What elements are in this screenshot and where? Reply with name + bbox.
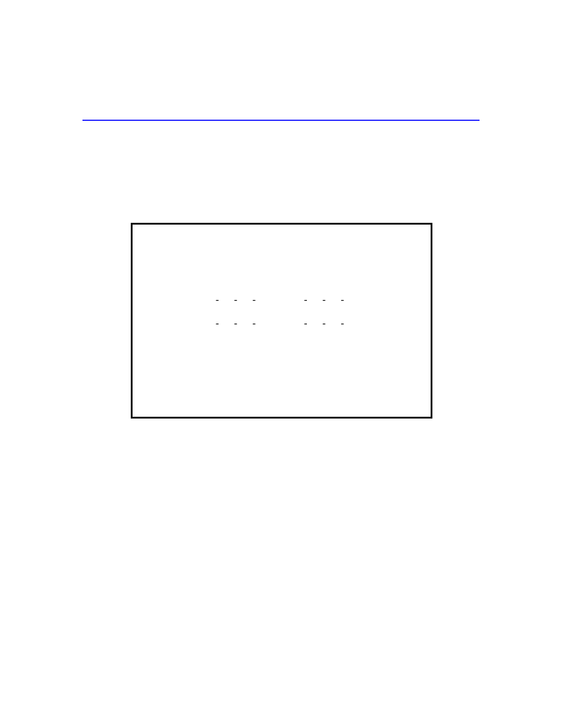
figure-box: - - - - - - - - - - - - bbox=[131, 223, 432, 419]
dash-cell: - - - bbox=[303, 295, 349, 306]
dash-row-1: - - - - - - bbox=[133, 295, 431, 306]
dash-cell: - - - bbox=[214, 295, 260, 306]
header-rule bbox=[82, 120, 480, 121]
dash-cell: - - - bbox=[303, 319, 349, 330]
page: - - - - - - - - - - - - bbox=[0, 0, 562, 728]
dash-cell: - - - bbox=[214, 319, 260, 330]
dash-row-2: - - - - - - bbox=[133, 319, 431, 330]
